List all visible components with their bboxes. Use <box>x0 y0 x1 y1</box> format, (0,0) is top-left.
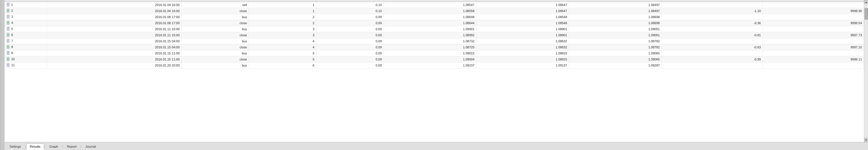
cell-sl: 1.08901 <box>476 32 569 38</box>
cell-id: 2 <box>5 8 47 14</box>
trades-table: 12016.01.04 16:00sell10.101.085471.08647… <box>5 0 864 69</box>
svg-rect-24 <box>7 51 9 55</box>
table-row[interactable]: 12016.01.04 16:00sell10.101.085471.08647… <box>5 2 864 8</box>
table-row[interactable]: 22016.01.04 16:00close10.101.085581.0864… <box>5 8 864 14</box>
close-icon <box>6 57 10 61</box>
cell-size: 0.09 <box>316 57 383 63</box>
scrollbar-right[interactable]: ▲ ▼ <box>864 0 868 142</box>
table-row[interactable]: 32016.01.08 17:00buy20.091.086481.085481… <box>5 14 864 20</box>
cell-sl: 1.08632 <box>476 44 569 50</box>
cell-order: 2 <box>249 14 316 20</box>
scroll-down-button[interactable]: ▼ <box>864 138 868 142</box>
doc-icon <box>6 39 10 43</box>
table-container: 12016.01.04 16:00sell10.101.085471.08647… <box>5 0 864 142</box>
cell-time: 2016.01.15 11:00 <box>47 50 182 57</box>
cell-order: 4 <box>249 44 316 50</box>
doc-icon <box>6 27 10 31</box>
content-area: 12016.01.04 16:00sell10.101.085471.08647… <box>5 0 868 150</box>
cell-profit <box>662 50 763 57</box>
cell-type: buy <box>182 63 249 69</box>
cell-balance <box>763 38 864 44</box>
scroll-thumb[interactable] <box>865 8 868 20</box>
cell-sl: 1.08915 <box>476 50 569 57</box>
tab-bar: Settings|Results|Graph|Report|Journal <box>5 142 868 150</box>
cell-tp: 1.09051 <box>569 32 662 38</box>
cell-profit <box>662 26 763 32</box>
cell-time: 2016.01.20 20:00 <box>47 63 182 69</box>
cell-profit <box>662 14 763 20</box>
table-row[interactable]: 112016.01.20 20:00buy60.091.092371.09137… <box>5 63 864 69</box>
cell-profit: -0.63 <box>662 44 763 50</box>
cell-order: 2 <box>249 20 316 26</box>
table-row[interactable]: 62016.01.11 15:00close30.091.089921.0890… <box>5 32 864 38</box>
cell-tp: 1.08782 <box>569 44 662 50</box>
cell-sl: 1.09137 <box>476 63 569 69</box>
table-body: 12016.01.04 16:00sell10.101.085471.08647… <box>5 2 864 69</box>
doc-icon <box>6 51 10 55</box>
cell-balance <box>763 50 864 57</box>
tab-settings[interactable]: Settings <box>6 143 25 149</box>
cell-id: 11 <box>5 63 47 69</box>
cell-size: 0.09 <box>316 20 383 26</box>
close-icon <box>6 21 10 25</box>
cell-type: buy <box>182 38 249 44</box>
cell-sl: 1.08901 <box>476 26 569 32</box>
doc-icon <box>6 15 10 19</box>
cell-profit: -0.99 <box>662 57 763 63</box>
table-wrapper: 12016.01.04 16:00sell10.101.085471.08647… <box>5 0 868 142</box>
cell-price: 1.08558 <box>383 8 476 14</box>
cell-balance <box>763 2 864 8</box>
cell-order: 3 <box>249 26 316 32</box>
close-icon <box>6 9 10 13</box>
cell-order: 1 <box>249 8 316 14</box>
cell-id: 10 <box>5 57 47 63</box>
cell-tp: 1.09065 <box>569 57 662 63</box>
cell-size: 0.10 <box>316 2 383 8</box>
cell-id: 3 <box>5 14 47 20</box>
cell-balance: 9997.73 <box>763 32 864 38</box>
cell-id: 8 <box>5 44 47 50</box>
cell-time: 2016.01.08 17:00 <box>47 20 182 26</box>
cell-balance: 9996.11 <box>763 57 864 63</box>
table-row[interactable]: 42016.01.08 17:00close20.091.086441.0854… <box>5 20 864 26</box>
cell-order: 6 <box>249 63 316 69</box>
cell-price: 1.08992 <box>383 32 476 38</box>
svg-rect-18 <box>7 39 9 43</box>
cell-order: 5 <box>249 57 316 63</box>
cell-price: 1.09237 <box>383 63 476 69</box>
cell-size: 0.09 <box>316 44 383 50</box>
cell-balance: 9998.90 <box>763 8 864 14</box>
tab-results[interactable]: Results <box>26 143 44 150</box>
cell-order: 1 <box>249 2 316 8</box>
cell-size: 0.09 <box>316 38 383 44</box>
svg-rect-0 <box>7 3 9 6</box>
table-row[interactable]: 102016.01.15 11:00close50.091.090041.089… <box>5 57 864 63</box>
cell-price: 1.08732 <box>383 38 476 44</box>
tab-journal[interactable]: Journal <box>82 143 99 149</box>
cell-type: close <box>182 44 249 50</box>
cell-size: 0.09 <box>316 63 383 69</box>
cell-type: close <box>182 20 249 26</box>
scroll-up-button[interactable]: ▲ <box>864 0 868 4</box>
doc-icon <box>6 63 10 67</box>
cell-time: 2016.01.15 11:00 <box>47 57 182 63</box>
cell-balance: 9998.54 <box>763 20 864 26</box>
tab-report[interactable]: Report <box>63 143 81 149</box>
cell-size: 0.09 <box>316 26 383 32</box>
cell-size: 0.10 <box>316 8 383 14</box>
table-row[interactable]: 82016.01.15 04:00close40.091.087251.0863… <box>5 44 864 50</box>
table-row[interactable]: 92016.01.15 11:00buy50.091.090151.089151… <box>5 50 864 57</box>
cell-time: 2016.01.04 16:00 <box>47 2 182 8</box>
cell-size: 0.09 <box>316 50 383 57</box>
table-row[interactable]: 72016.01.15 04:00buy40.091.087321.086321… <box>5 38 864 44</box>
cell-balance <box>763 14 864 20</box>
cell-sl: 1.08647 <box>476 2 569 8</box>
cell-tp: 1.09051 <box>569 26 662 32</box>
cell-type: close <box>182 8 249 14</box>
cell-size: 0.09 <box>316 32 383 38</box>
table-row[interactable]: 52016.01.11 15:00buy30.091.090011.089011… <box>5 26 864 32</box>
cell-time: 2016.01.15 04:00 <box>47 38 182 44</box>
tab-graph[interactable]: Graph <box>45 143 62 149</box>
cell-type: sell <box>182 2 249 8</box>
doc-icon <box>6 3 10 7</box>
